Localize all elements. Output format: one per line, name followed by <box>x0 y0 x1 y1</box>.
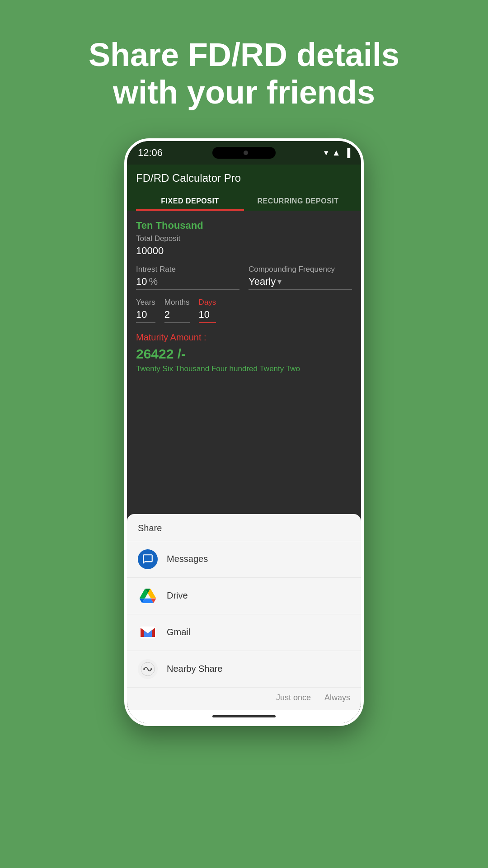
tab-fixed-deposit[interactable]: FIXED DEPOSIT <box>136 192 244 211</box>
total-deposit-label: Total Deposit <box>136 234 352 243</box>
interest-rate-input[interactable]: 10 % <box>136 276 239 290</box>
app-content: Ten Thousand Total Deposit 10000 Intrest… <box>127 211 361 723</box>
compounding-value: Yearly <box>249 276 276 288</box>
tab-recurring-deposit[interactable]: RECURRING DEPOSIT <box>244 192 352 211</box>
interest-rate-label: Intrest Rate <box>136 265 239 274</box>
drive-icon <box>138 586 158 606</box>
headline-line2: with your friends <box>89 74 399 111</box>
interest-rate-suffix: % <box>149 276 158 288</box>
headline-line1: Share FD/RD details <box>89 36 399 74</box>
nearby-share-icon <box>138 659 158 679</box>
camera-dot <box>244 151 248 155</box>
share-title: Share <box>127 523 361 541</box>
status-time: 12:06 <box>138 147 163 159</box>
battery-icon: ▐ <box>344 148 350 158</box>
wifi-icon: ▾ <box>324 147 328 158</box>
interest-rate-group: Intrest Rate 10 % <box>136 265 239 290</box>
days-group: Days 10 <box>199 298 216 323</box>
always-button[interactable]: Always <box>324 693 350 703</box>
compounding-arrow-icon: ▾ <box>277 277 282 287</box>
maturity-amount: 26422 /- <box>136 346 352 362</box>
maturity-label: Maturity Amount : <box>136 332 352 343</box>
years-input[interactable]: 10 <box>136 309 155 323</box>
tabs: FIXED DEPOSIT RECURRING DEPOSIT <box>136 192 352 211</box>
interest-rate-value: 10 <box>136 276 147 288</box>
days-value: 10 <box>199 309 210 320</box>
drive-label: Drive <box>167 590 188 601</box>
svg-point-4 <box>150 668 152 670</box>
deposit-name: Ten Thousand <box>136 220 352 231</box>
status-icons: ▾ ▲ ▐ <box>324 147 350 158</box>
interest-compounding-row: Intrest Rate 10 % Compounding Frequency … <box>136 265 352 290</box>
app-bar: FD/RD Calculator Pro FIXED DEPOSIT RECUR… <box>127 165 361 211</box>
share-actions: Just once Always <box>127 688 361 710</box>
headline: Share FD/RD details with your friends <box>61 36 427 111</box>
months-input[interactable]: 2 <box>164 309 190 323</box>
duration-row: Years 10 Months 2 Days 10 <box>136 298 352 323</box>
home-bar <box>127 710 361 723</box>
compounding-select[interactable]: Yearly ▾ <box>249 276 352 290</box>
just-once-button[interactable]: Just once <box>276 693 311 703</box>
signal-icon: ▲ <box>332 148 341 158</box>
months-group: Months 2 <box>164 298 190 323</box>
compounding-group: Compounding Frequency Yearly ▾ <box>249 265 352 290</box>
status-bar: 12:06 ▾ ▲ ▐ <box>127 141 361 165</box>
total-deposit-value: 10000 <box>136 245 352 257</box>
gmail-label: Gmail <box>167 627 190 637</box>
phone-frame: 12:06 ▾ ▲ ▐ FD/RD Calculator Pro FIXED D… <box>124 138 364 726</box>
share-item-nearby[interactable]: Nearby Share <box>127 651 361 688</box>
nearby-label: Nearby Share <box>167 664 222 674</box>
compounding-label: Compounding Frequency <box>249 265 352 274</box>
share-sheet: Share Messages <box>127 514 361 723</box>
share-item-messages[interactable]: Messages <box>127 541 361 578</box>
share-item-drive[interactable]: Drive <box>127 578 361 614</box>
days-input[interactable]: 10 <box>199 309 216 323</box>
app-title: FD/RD Calculator Pro <box>136 172 352 184</box>
months-label: Months <box>164 298 190 307</box>
share-item-gmail[interactable]: Gmail <box>127 614 361 651</box>
notch <box>212 147 276 159</box>
years-group: Years 10 <box>136 298 155 323</box>
maturity-words: Twenty Six Thousand Four hundred Twenty … <box>136 364 352 373</box>
years-value: 10 <box>136 309 147 320</box>
months-value: 2 <box>164 309 170 320</box>
gmail-icon <box>138 623 158 642</box>
years-label: Years <box>136 298 155 307</box>
svg-point-3 <box>143 668 145 670</box>
messages-label: Messages <box>167 554 208 564</box>
days-label: Days <box>199 298 216 307</box>
messages-icon <box>138 549 158 569</box>
home-indicator <box>212 715 276 717</box>
